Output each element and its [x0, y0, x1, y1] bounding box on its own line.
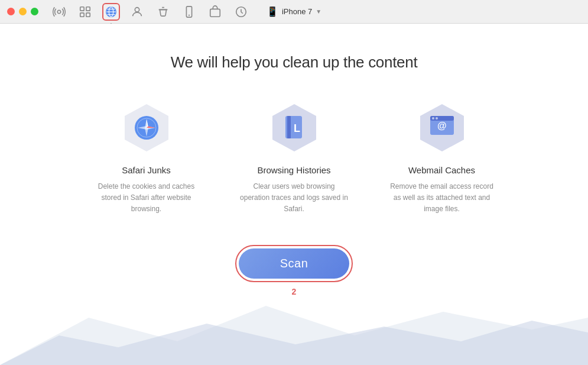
svg-marker-32: [0, 306, 588, 365]
browsing-histories-icon: L: [268, 101, 321, 154]
webmail-caches-card: @ Webmail Caches Remove the email access…: [386, 101, 498, 215]
svg-marker-33: [0, 321, 588, 365]
svg-rect-13: [210, 9, 220, 17]
scan-button-border: Scan: [235, 245, 353, 282]
window-controls: [7, 8, 38, 15]
webmail-caches-icon: @: [415, 101, 469, 154]
minimize-button[interactable]: [19, 8, 27, 15]
device-selector[interactable]: 📱 iPhone 7 ▼: [267, 6, 321, 17]
content-area: We will help you clean up the content: [0, 24, 588, 296]
grid-icon[interactable]: [76, 3, 94, 21]
safari-junks-name: Safari Junks: [122, 165, 171, 175]
cup-icon[interactable]: [154, 3, 172, 21]
webmail-caches-name: Webmail Caches: [408, 165, 475, 175]
webmail-caches-desc: Remove the email access record as well a…: [386, 181, 498, 215]
svg-rect-3: [80, 12, 84, 16]
main-title: We will help you clean up the content: [171, 53, 418, 72]
face-icon[interactable]: [128, 3, 146, 21]
bag-icon[interactable]: [206, 3, 224, 21]
svg-rect-4: [86, 12, 90, 16]
step2-label: 2: [292, 287, 297, 296]
maximize-button[interactable]: [31, 8, 38, 15]
chevron-down-icon: ▼: [316, 8, 321, 15]
globe-icon[interactable]: 1: [102, 3, 120, 21]
scan-button[interactable]: Scan: [239, 248, 350, 279]
svg-rect-24: [287, 116, 291, 138]
device-name: iPhone 7: [282, 7, 312, 16]
device-icon: 📱: [267, 6, 278, 17]
mountain-decoration: [0, 294, 588, 365]
clock-icon[interactable]: [232, 3, 250, 21]
close-button[interactable]: [7, 8, 15, 15]
browsing-histories-desc: Clear users web browsing operation trace…: [238, 181, 350, 215]
safari-junks-icon: [120, 101, 173, 154]
svg-point-0: [57, 10, 61, 14]
safari-junks-card: Safari Junks Delete the cookies and cach…: [90, 101, 203, 215]
scan-button-wrapper: Scan 2: [235, 245, 353, 296]
phone-icon[interactable]: [180, 3, 198, 21]
safari-junks-desc: Delete the cookies and caches stored in …: [90, 181, 203, 215]
svg-point-10: [135, 7, 139, 11]
titlebar: 1: [0, 0, 588, 24]
main-content: We will help you clean up the content: [0, 24, 588, 365]
feature-cards: Safari Junks Delete the cookies and cach…: [90, 101, 498, 215]
svg-point-29: [432, 117, 434, 119]
svg-text:@: @: [437, 121, 447, 131]
browsing-histories-name: Browsing Histories: [257, 165, 330, 175]
svg-rect-1: [80, 7, 84, 10]
browsing-histories-card: L Browsing Histories Clear users web bro…: [238, 101, 350, 215]
antenna-icon[interactable]: [50, 3, 68, 21]
toolbar: 1: [50, 3, 250, 21]
svg-point-30: [436, 117, 438, 119]
svg-rect-2: [86, 7, 90, 10]
svg-text:L: L: [294, 122, 300, 134]
